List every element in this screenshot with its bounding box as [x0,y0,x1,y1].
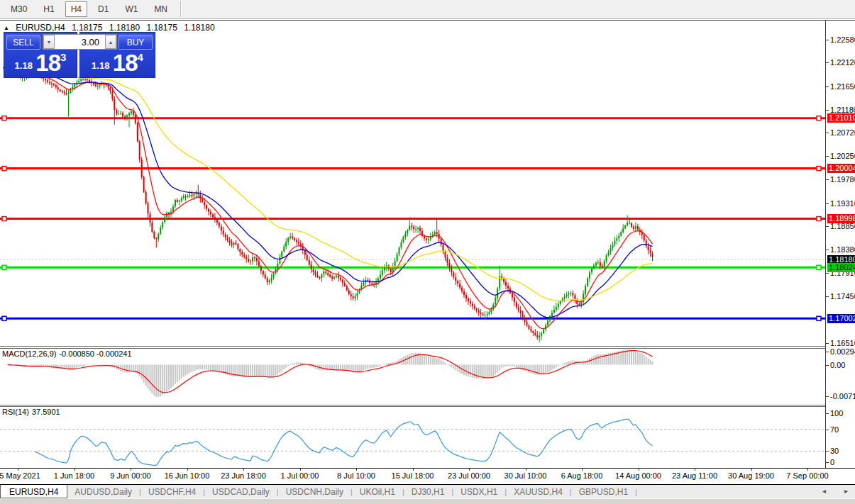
timeframe-button-h4[interactable]: H4 [65,1,87,17]
price-axis-tick [826,179,829,180]
tab-dj30-h1[interactable]: DJ30,H1 [404,486,452,498]
rsi-name: RSI(14) [2,408,29,416]
sell-button[interactable]: SELL [6,35,40,50]
buy-button[interactable]: BUY [118,35,153,50]
level-line-price-label: 1.17002 [827,314,855,323]
price-chart-area[interactable]: ▲ EURUSD,H4 1.18175 1.18180 1.18175 1.18… [0,21,825,346]
time-tick-label: 7 Sep 00:00 [786,471,828,480]
rsi-label: RSI(14)37.5901 [2,408,63,416]
price-tick-label: 1.16510 [830,339,855,348]
tab-eurusd-h4[interactable]: EURUSD,H4 [0,485,67,498]
chevron-up-icon: ▲ [109,40,114,45]
sell-price-sup: 3 [60,51,66,63]
rsi-value: 37.5901 [32,408,60,416]
price-tick-label: 1.18380 [830,245,855,254]
time-tick-label: 1 Jun 18:00 [54,471,95,480]
time-tick-label: 23 Jun 18:00 [221,471,266,480]
price-axis-tick [826,396,829,397]
macd-axis-label: 0.002947 [830,347,855,357]
buy-price-big: 18 [113,50,138,76]
sell-price: 1.18 183 [4,50,77,78]
price-axis-tick [826,451,829,452]
volume-input[interactable] [55,35,105,49]
panel-splitter[interactable] [0,346,825,347]
ohlc-high: 1.18180 [109,23,140,33]
timeframe-button-w1[interactable]: W1 [119,1,143,17]
tab-usdchf-h4[interactable]: USDCHF,H4 [141,486,203,498]
buy-price: 1.18 184 [80,50,155,78]
price-axis-tick [826,40,829,40]
time-axis-tick [187,469,188,471]
price-tick-label: 1.19780 [830,175,855,184]
timeframe-button-mn[interactable]: MN [148,1,173,17]
price-axis-tick [826,156,829,157]
time-tick-label: 1 Jul 00:00 [281,471,319,480]
price-axis-tick [826,250,829,250]
macd-label: MACD(12,26,9)-0.000850 -0.000241 [2,349,135,358]
tab-usdx-h1[interactable]: USDX,H1 [453,486,504,498]
tab-usdcad-daily[interactable]: USDCAD,Daily [205,486,277,498]
price-axis-tick [826,413,829,414]
timeframe-button-h1[interactable]: H1 [38,1,60,17]
chart-tab-bar: EURUSD,H4AUDUSD,Daily|USDCHF,H4|USDCAD,D… [0,484,855,498]
buy-price-sup: 4 [138,51,143,63]
time-tick-label: 15 Jul 18:00 [392,471,434,480]
macd-axis-label: 0.00 [830,361,845,370]
price-axis-tick [826,352,829,352]
time-axis-tick [356,469,357,471]
level-line-price-label: 1.18998 [827,214,855,223]
volume-decrease-button[interactable]: ▼ [43,35,55,49]
time-tick-label: 30 Aug 19:00 [728,471,774,480]
tabs-scroll-right-button[interactable]: ▸ [844,487,848,495]
tabs-scroll-left-button[interactable]: ◂ [822,487,826,495]
tab-gbpusd-h1[interactable]: GBPUSD,H1 [572,486,635,498]
price-axis-tick [826,430,829,430]
price-axis-tick [826,365,829,366]
tab-separator: | [635,488,637,496]
price-tick-label: 1.22120 [830,58,855,67]
macd-panel[interactable]: MACD(12,26,9)-0.000850 -0.000241 [0,349,825,405]
tab-usdcnh-daily[interactable]: USDCNH,Daily [279,486,351,498]
ohlc-low: 1.18175 [146,23,177,33]
price-axis[interactable]: 1.225801.221201.216501.211801.207201.202… [825,21,855,468]
rsi-axis-label: 100 [830,409,843,418]
price-axis-tick [826,203,829,204]
chart-header: ▲ EURUSD,H4 1.18175 1.18180 1.18175 1.18… [4,23,219,33]
price-tick-label: 1.22580 [830,35,855,45]
time-axis[interactable]: 25 May 20211 Jun 18:009 Jun 00:0016 Jun … [0,468,855,484]
time-axis-tick [131,469,131,471]
timeframe-button-m30[interactable]: M30 [5,1,33,17]
rsi-axis-label: 30 [830,447,839,456]
volume-increase-button[interactable]: ▲ [105,35,116,49]
time-axis-tick [75,469,75,471]
sell-price-big: 18 [35,50,60,76]
tab-xauusd-h4[interactable]: XAUUSD,H4 [507,486,570,498]
price-axis-tick [826,462,829,463]
chart-symbol-period: EURUSD,H4 [16,23,65,33]
timeframe-button-d1[interactable]: D1 [92,1,114,17]
time-axis-tick [18,469,18,471]
time-tick-label: 25 May 2021 [0,471,40,480]
rsi-axis-label: 0 [830,458,834,467]
window-bottom-strip [0,498,855,504]
macd-axis-label: -0.007151 [830,392,855,401]
volume-spinner: ▼ ▲ [43,34,117,50]
rsi-panel[interactable]: RSI(14)37.5901 [0,407,825,467]
sell-price-prefix: 1.18 [15,60,33,71]
time-tick-label: 23 Aug 11:00 [672,471,717,480]
collapse-panel-icon[interactable]: ▲ [4,25,9,31]
time-axis-tick [243,469,244,471]
price-axis-tick [826,133,829,133]
toolbar-separator [180,1,182,17]
time-axis-tick [582,469,583,471]
time-axis-tick [639,469,639,471]
tab-ukoil-h1[interactable]: UKOil,H1 [353,486,402,498]
level-line-price-label: 1.18024 [827,263,855,272]
ohlc-close: 1.18180 [184,23,214,33]
time-axis-tick [526,469,526,471]
tab-audusd-daily[interactable]: AUDUSD,Daily [67,486,139,498]
level-line-price-label: 1.21010 [827,113,855,123]
time-axis-tick [807,469,808,471]
time-tick-label: 6 Aug 18:00 [561,471,603,480]
panel-splitter[interactable] [0,405,825,405]
